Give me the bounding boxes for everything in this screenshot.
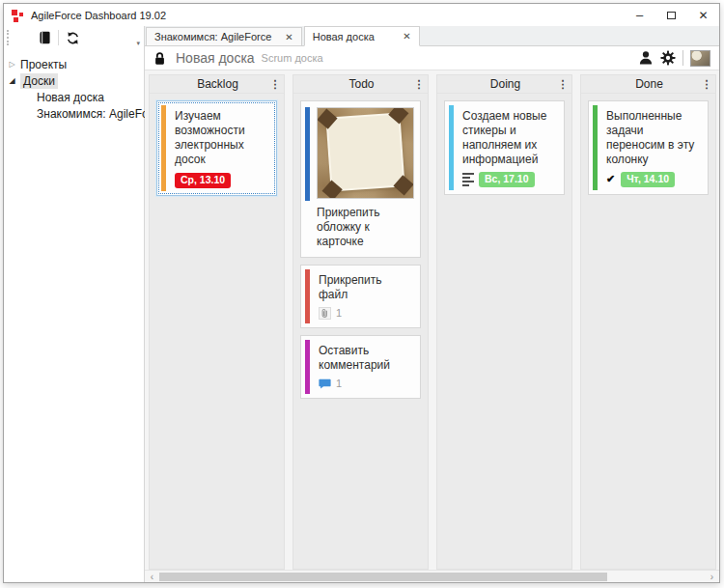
- app-window: AgileForce Dashboard 19.02 – ✕: [3, 3, 720, 583]
- person-icon: [638, 50, 654, 66]
- checkmark-icon: ✔: [606, 173, 615, 186]
- toolbar-separator: [58, 30, 59, 45]
- toolbar-overflow-button[interactable]: ▾: [136, 40, 141, 47]
- scroll-left-icon[interactable]: ‹: [145, 572, 159, 582]
- card-study-boards[interactable]: Изучаем возможности электронных досок Ср…: [156, 100, 277, 196]
- due-date-badge: Чт, 14.10: [621, 172, 675, 187]
- card-title: Создаем новые стикеры и наполняем их инф…: [462, 109, 556, 167]
- board-header: Новая доска Scrum доска: [145, 46, 719, 70]
- refresh-icon: [66, 31, 80, 45]
- boards-tree: ▷ Проекты ◢ Доски Новая доска Знакомимся…: [4, 49, 144, 122]
- lock-icon: [153, 51, 166, 66]
- paperclip-icon: [319, 307, 331, 320]
- tab-label: Новая доска: [313, 31, 375, 42]
- header-separator: [682, 50, 683, 66]
- photo-frame: [328, 115, 404, 190]
- content-area: Знакомимся: AgileForce ✕ Новая доска ✕ Н…: [145, 26, 719, 582]
- maximize-icon: [667, 12, 676, 19]
- toolbar-grip[interactable]: [7, 30, 9, 45]
- card-title: Прикрепить обложку к карточке: [317, 206, 414, 249]
- minimize-button[interactable]: –: [624, 4, 655, 26]
- column-menu-icon[interactable]: ⋮: [557, 78, 569, 91]
- due-date-badge: Вс, 17.10: [479, 172, 535, 187]
- gear-icon: [660, 50, 676, 66]
- column-title: Doing: [454, 77, 557, 91]
- board-column-todo: Todo ⋮ Прикрепить обло: [292, 74, 429, 570]
- comment-count: 1: [336, 378, 342, 391]
- tree-item-new-board[interactable]: Новая доска: [4, 89, 144, 105]
- scroll-right-icon[interactable]: ›: [705, 572, 719, 582]
- window-title: AgileForce Dashboard 19.02: [31, 10, 624, 21]
- card-color-stripe: [305, 340, 310, 394]
- card-color-stripe: [449, 105, 454, 190]
- comment-icon: [319, 378, 331, 389]
- column-header: Todo ⋮: [293, 75, 428, 94]
- card-title: Оставить комментарий: [319, 344, 412, 373]
- board-column-backlog: Backlog ⋮ Изучаем возможности электронны…: [149, 74, 285, 570]
- tree-item-boards[interactable]: ◢ Доски: [4, 72, 144, 89]
- refresh-button[interactable]: [62, 28, 83, 47]
- settings-button[interactable]: [660, 50, 676, 66]
- board-column-doing: Doing ⋮ Создаем новые стикеры и наполняе…: [436, 74, 572, 570]
- tab-getting-started[interactable]: Знакомимся: AgileForce ✕: [146, 27, 302, 45]
- column-menu-icon[interactable]: ⋮: [269, 78, 281, 91]
- column-header: Doing ⋮: [437, 75, 571, 94]
- card-title: Изучаем возможности электронных досок: [175, 109, 268, 167]
- squares-logo-icon: [16, 31, 31, 45]
- card-create-stickers[interactable]: Создаем новые стикеры и наполняем их инф…: [444, 100, 565, 195]
- due-date-badge: Ср, 13.10: [175, 173, 231, 188]
- tree-item-projects[interactable]: ▷ Проекты: [4, 56, 144, 72]
- column-header: Backlog ⋮: [150, 75, 284, 94]
- board-column-done: Done ⋮ Выполненные задачи переносим в эт…: [580, 74, 716, 570]
- chevron-expanded-icon[interactable]: ◢: [4, 76, 20, 85]
- column-menu-icon[interactable]: ⋮: [701, 78, 712, 91]
- titlebar: AgileForce Dashboard 19.02 – ✕: [4, 4, 719, 26]
- chevron-collapsed-icon[interactable]: ▷: [4, 60, 20, 69]
- members-button[interactable]: [638, 50, 654, 66]
- column-header: Done ⋮: [581, 75, 715, 94]
- card-title: Прикрепить файл: [319, 273, 412, 302]
- app-logo-icon: [12, 9, 25, 22]
- card-color-stripe: [593, 105, 598, 190]
- card-title: Выполненные задачи переносим в эту колон…: [606, 109, 700, 167]
- attachment-count: 1: [336, 307, 342, 321]
- tree-item-label: Доски: [20, 73, 58, 89]
- card-color-stripe: [305, 107, 310, 201]
- sidebar-toolbar: ▾: [4, 26, 144, 49]
- card-cover-image: [317, 107, 414, 199]
- card-color-stripe: [161, 105, 166, 191]
- tree-item-label: Проекты: [20, 58, 67, 71]
- column-title: Done: [598, 77, 701, 91]
- tree-item-label: Новая доска: [37, 91, 104, 104]
- horizontal-scrollbar[interactable]: ‹ ›: [145, 570, 719, 582]
- tab-label: Знакомимся: AgileForce: [154, 31, 271, 42]
- tree-item-getting-started[interactable]: Знакомимся: AgileForce: [4, 105, 144, 122]
- agileforce-logo-button[interactable]: [13, 28, 34, 47]
- board-background-thumbnail[interactable]: [690, 50, 710, 67]
- card-done-tasks[interactable]: Выполненные задачи переносим в эту колон…: [588, 100, 709, 195]
- sidebar: ▾ ▷ Проекты ◢ Доски Новая доска Знакомим…: [4, 26, 145, 582]
- column-title: Todo: [310, 77, 413, 91]
- card-attach-file[interactable]: Прикрепить файл 1: [300, 265, 421, 328]
- projects-book-button[interactable]: [34, 28, 55, 47]
- tab-new-board[interactable]: Новая доска ✕: [304, 26, 420, 46]
- column-title: Backlog: [166, 77, 269, 91]
- description-icon: [462, 173, 474, 186]
- book-icon: [38, 30, 52, 45]
- tab-close-icon[interactable]: ✕: [403, 31, 410, 42]
- card-attach-cover[interactable]: Прикрепить обложку к карточке: [300, 100, 421, 258]
- card-leave-comment[interactable]: Оставить комментарий 1: [300, 335, 421, 399]
- tab-close-icon[interactable]: ✕: [285, 32, 292, 42]
- board-subtitle: Scrum доска: [262, 52, 323, 64]
- card-color-stripe: [305, 269, 310, 323]
- close-button[interactable]: ✕: [687, 4, 719, 26]
- column-menu-icon[interactable]: ⋮: [413, 78, 425, 91]
- scrollbar-thumb[interactable]: [159, 573, 607, 581]
- board-title: Новая доска: [176, 50, 255, 66]
- tab-bar: Знакомимся: AgileForce ✕ Новая доска ✕: [145, 26, 719, 46]
- kanban-board: Backlog ⋮ Изучаем возможности электронны…: [145, 70, 719, 570]
- maximize-button[interactable]: [655, 4, 687, 26]
